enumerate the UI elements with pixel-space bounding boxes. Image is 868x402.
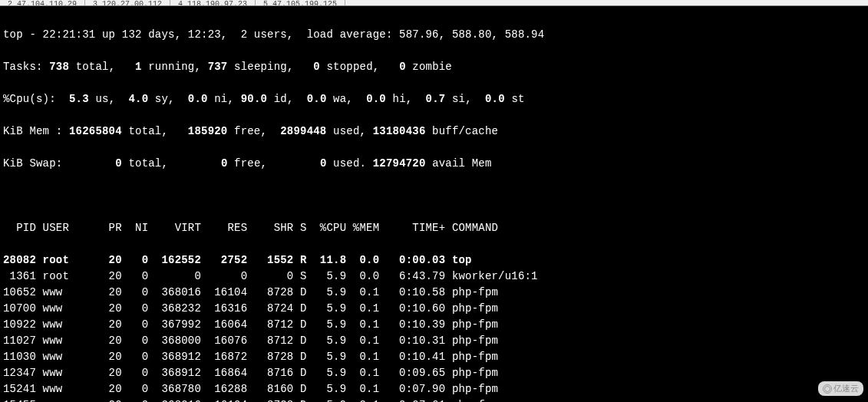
process-list: 28082 root 20 0 162552 2752 1552 R 11.8 … — [3, 252, 865, 402]
label: running, — [142, 61, 208, 73]
label: KiB Swap: — [3, 157, 115, 170]
summary-swap: KiB Swap: 0 total, 0 free, 0 used. 12794… — [3, 156, 865, 172]
cpu-wa: 0.0 — [307, 93, 327, 105]
tasks-stopped: 0 — [313, 61, 320, 73]
process-row: 10922 www 20 0 367992 16064 8712 D 5.9 0… — [3, 317, 865, 333]
label: zombie — [406, 61, 452, 73]
process-columns: PID USER PR NI VIRT RES SHR S %CPU %MEM … — [3, 220, 865, 236]
cpu-si: 0.7 — [426, 93, 446, 105]
process-row: 12347 www 20 0 368912 16864 8716 D 5.9 0… — [3, 365, 865, 381]
label: KiB Mem : — [3, 125, 69, 137]
mem-free: 185920 — [188, 125, 228, 137]
label: total, — [69, 61, 135, 73]
label: free, — [227, 125, 280, 137]
tab-item[interactable]: 3 120.27.00.112 — [85, 0, 170, 5]
summary-mem: KiB Mem : 16265804 total, 185920 free, 2… — [3, 124, 865, 140]
label: ni, — [208, 93, 241, 105]
process-row: 15455 www 20 0 368016 16104 8728 D 5.9 0… — [3, 397, 865, 402]
label: si, — [445, 93, 485, 105]
process-row: 1361 root 20 0 0 0 0 S 5.9 0.0 6:43.79 k… — [3, 269, 865, 285]
summary-uptime: top - 22:21:31 up 132 days, 12:23, 2 use… — [3, 27, 865, 43]
label: free, — [227, 157, 319, 170]
label: us, — [89, 93, 129, 105]
label: st — [505, 93, 525, 105]
swap-avail: 12794720 — [373, 157, 426, 170]
terminal-output[interactable]: top - 22:21:31 up 132 days, 12:23, 2 use… — [0, 6, 868, 402]
mem-used: 2899448 — [280, 125, 326, 137]
process-row: 11027 www 20 0 368000 16076 8712 D 5.9 0… — [3, 333, 865, 349]
tasks-total: 738 — [49, 61, 69, 73]
label: Tasks: — [3, 61, 49, 73]
tab-bar: 2 47.104.110.29 3 120.27.00.112 4 118.19… — [0, 0, 868, 6]
process-row: 10652 www 20 0 368016 16104 8728 D 5.9 0… — [3, 285, 865, 301]
process-row: 15241 www 20 0 368780 16288 8160 D 5.9 0… — [3, 381, 865, 397]
label: hi, — [386, 93, 426, 105]
process-row: 28082 root 20 0 162552 2752 1552 R 11.8 … — [3, 252, 865, 269]
swap-total: 0 — [115, 157, 122, 170]
swap-used: 0 — [320, 157, 327, 170]
tab-item[interactable]: 4 118.190.97.23 — [170, 0, 256, 5]
tasks-sleeping: 737 — [208, 61, 228, 73]
process-row: 10700 www 20 0 368232 16316 8724 D 5.9 0… — [3, 301, 865, 317]
summary-cpu: %Cpu(s): 5.3 us, 4.0 sy, 0.0 ni, 90.0 id… — [3, 91, 865, 107]
tab-item[interactable]: 2 47.104.110.29 — [0, 0, 85, 5]
label: sy, — [148, 93, 188, 105]
label: wa, — [327, 93, 367, 105]
label: used, — [326, 125, 372, 137]
cpu-hi: 0.0 — [366, 93, 386, 105]
label: total, — [122, 157, 221, 170]
label: total, — [122, 125, 188, 137]
label: used. — [327, 157, 373, 170]
process-row: 11030 www 20 0 368912 16872 8728 D 5.9 0… — [3, 349, 865, 365]
cloud-icon — [823, 384, 832, 394]
mem-total: 16265804 — [69, 125, 122, 137]
watermark-text: 亿速云 — [833, 384, 859, 393]
watermark: 亿速云 — [818, 381, 863, 396]
cpu-st: 0.0 — [485, 93, 505, 105]
mem-buff: 13180436 — [373, 125, 426, 137]
label: stopped, — [320, 61, 399, 73]
cpu-id: 90.0 — [241, 93, 267, 105]
cpu-us: 5.3 — [69, 93, 89, 105]
label: avail Mem — [426, 157, 492, 170]
tab-item[interactable]: 5 47.105.199.125 — [256, 0, 345, 5]
label: buff/cache — [426, 125, 499, 137]
label: %Cpu(s): — [3, 93, 69, 105]
label: id, — [267, 93, 307, 105]
tasks-running: 1 — [135, 61, 142, 73]
tasks-zombie: 0 — [399, 61, 406, 73]
blank-line — [3, 188, 865, 204]
cpu-ni: 0.0 — [188, 93, 208, 105]
label: sleeping, — [227, 61, 313, 73]
cpu-sy: 4.0 — [128, 93, 148, 105]
summary-tasks: Tasks: 738 total, 1 running, 737 sleepin… — [3, 59, 865, 75]
